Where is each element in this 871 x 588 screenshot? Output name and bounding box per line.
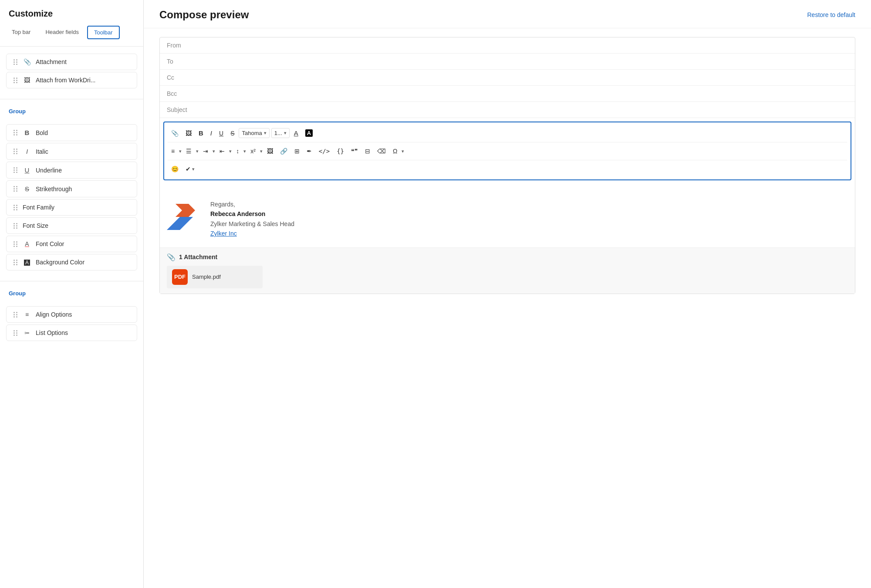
file-name-label: Sample.pdf <box>192 274 221 280</box>
bold-label: Bold <box>36 129 48 136</box>
align-options-icon: ≡ <box>23 311 31 318</box>
toolbar-attachment-btn[interactable]: 📎 <box>169 128 181 139</box>
sidebar-item-italic[interactable]: I Italic <box>6 143 137 160</box>
bcc-label: Bcc <box>167 90 189 97</box>
signature-company-link[interactable]: Zylker Inc <box>210 230 237 237</box>
font-size-chevron-icon: ▾ <box>284 130 287 136</box>
sidebar-item-attachment[interactable]: 📎 Attachment <box>6 54 137 70</box>
sidebar-item-background-color[interactable]: A Background Color <box>6 254 137 270</box>
toolbar-row-1: 📎 🖼 B I U S Tahoma ▾ 1... ▾ <box>168 126 847 140</box>
font-family-chevron-icon: ▾ <box>264 130 267 136</box>
sidebar-items-top: 📎 Attachment 🖼 Attach from WorkDri... <box>0 47 143 95</box>
toolbar-row-2: ≡ ▾ ☰ ▾ ⇥ ▾ ⇤ ▾ ↕ ▾ x² ▾ 🖼 🔗 ⊞ <box>168 142 847 158</box>
font-size-label: Font Size <box>23 222 48 229</box>
sidebar-item-strikethrough[interactable]: S Strikethrough <box>6 180 137 197</box>
font-size-select[interactable]: 1... ▾ <box>271 128 290 138</box>
toolbar-line-height-btn[interactable]: ↕ <box>233 146 242 156</box>
font-size-value: 1... <box>274 130 282 136</box>
line-height-chevron-icon: ▾ <box>243 149 246 154</box>
main-header: Compose preview Restore to default <box>144 0 871 28</box>
toolbar-font-color-btn[interactable]: A <box>291 128 301 139</box>
toolbar-table-btn[interactable]: ⊞ <box>292 146 302 156</box>
sidebar-item-font-color[interactable]: A Font Color <box>6 236 137 252</box>
background-color-label: Background Color <box>36 259 84 266</box>
sidebar-group2-items: ≡ Align Options ≔ List Options <box>0 299 143 348</box>
toolbar-remove-format-btn[interactable]: ⌫ <box>375 146 388 156</box>
toolbar-indent-btn[interactable]: ⇥ <box>200 146 211 156</box>
underline-icon: U <box>23 166 31 174</box>
align-options-label: Align Options <box>36 311 72 318</box>
to-field[interactable]: To <box>160 54 855 70</box>
sidebar-item-align-options[interactable]: ≡ Align Options <box>6 306 137 323</box>
group1-label: Group <box>0 103 143 117</box>
toolbar-highlight-btn[interactable]: A <box>303 128 315 139</box>
sidebar-item-bold[interactable]: B Bold <box>6 124 137 141</box>
more-chevron-icon: ▾ <box>192 166 195 172</box>
restore-to-default-button[interactable]: Restore to default <box>807 11 855 18</box>
subject-field[interactable]: Subject <box>160 102 855 118</box>
sidebar-title: Customize <box>0 9 143 26</box>
toolbar-insert-image-btn[interactable]: 🖼 <box>264 146 276 156</box>
tabs-container: Top bar Header fields Toolbar <box>0 26 143 47</box>
sidebar-group1-items: B Bold I Italic U Underline <box>0 117 143 277</box>
tab-toolbar[interactable]: Toolbar <box>87 26 120 39</box>
sidebar-item-attach-workdri[interactable]: 🖼 Attach from WorkDri... <box>6 72 137 88</box>
toolbar-link-btn[interactable]: 🔗 <box>277 146 290 156</box>
toolbar-superscript-btn[interactable]: x² <box>248 146 258 156</box>
toolbar-signature-btn[interactable]: ✒ <box>304 146 314 156</box>
sidebar-item-font-family[interactable]: Font Family <box>6 199 137 216</box>
toolbar-code-block-btn[interactable]: {} <box>334 146 347 156</box>
font-color-icon: A <box>23 240 31 247</box>
bcc-field[interactable]: Bcc <box>160 86 855 102</box>
toolbar-special-char-btn[interactable]: Ω <box>390 146 400 156</box>
drag-handle <box>14 186 17 192</box>
toolbar-strikethrough-btn[interactable]: S <box>228 128 237 139</box>
attachment-header: 📎 1 Attachment <box>167 253 848 261</box>
drag-handle <box>14 78 17 83</box>
attachment-count-label: 1 Attachment <box>179 253 217 260</box>
toolbar-image-btn[interactable]: 🖼 <box>183 128 194 139</box>
to-label: To <box>167 58 189 65</box>
indent-chevron-icon: ▾ <box>213 149 215 154</box>
toolbar-more-btn[interactable]: ✔ ▾ <box>183 164 197 174</box>
font-color-label: Font Color <box>36 240 64 247</box>
toolbar-code-inline-btn[interactable]: </> <box>316 146 332 156</box>
toolbar-blockquote-btn[interactable]: ❝❞ <box>348 146 361 156</box>
drag-handle <box>14 260 17 265</box>
font-family-select[interactable]: Tahoma ▾ <box>239 128 269 138</box>
special-char-chevron-icon: ▾ <box>402 149 404 154</box>
from-field: From <box>160 37 855 54</box>
signature-name: Rebecca Anderson <box>210 209 294 219</box>
toolbar-emoji-btn[interactable]: 😊 <box>169 164 181 174</box>
attachment-section: 📎 1 Attachment PDF Sample.pdf <box>160 247 855 294</box>
superscript-chevron-icon: ▾ <box>260 149 263 154</box>
drag-handle <box>14 130 17 135</box>
font-family-label: Font Family <box>23 204 54 211</box>
drag-handle <box>14 149 17 154</box>
bold-icon: B <box>23 129 31 136</box>
italic-icon: I <box>23 148 31 155</box>
toolbar-bullets-btn[interactable]: ☰ <box>183 146 194 156</box>
drag-handle <box>14 205 17 210</box>
sidebar-item-font-size[interactable]: Font Size <box>6 217 137 234</box>
italic-label: Italic <box>36 148 48 155</box>
attachment-icon: 📎 <box>23 58 31 65</box>
list-options-label: List Options <box>36 329 68 336</box>
cc-field[interactable]: Cc <box>160 70 855 86</box>
drag-handle <box>14 59 17 65</box>
sidebar-item-underline[interactable]: U Underline <box>6 162 137 179</box>
toolbar-outdent-btn[interactable]: ⇤ <box>217 146 227 156</box>
tab-header-fields[interactable]: Header fields <box>39 26 85 39</box>
signature-title: Zylker Marketing & Sales Head <box>210 219 294 229</box>
toolbar-italic-btn[interactable]: I <box>208 128 215 139</box>
toolbar-underline-btn[interactable]: U <box>216 128 226 139</box>
drag-handle <box>14 223 17 229</box>
zylker-logo-svg <box>167 199 202 234</box>
toolbar-align-btn[interactable]: ≡ <box>169 146 177 156</box>
toolbar-grid-btn[interactable]: ⊟ <box>362 146 373 156</box>
toolbar-bold-btn[interactable]: B <box>196 128 206 139</box>
sidebar-item-list-options[interactable]: ≔ List Options <box>6 324 137 341</box>
attachment-file-item[interactable]: PDF Sample.pdf <box>167 266 263 288</box>
tab-top-bar[interactable]: Top bar <box>5 26 37 39</box>
outdent-chevron-icon: ▾ <box>229 149 232 154</box>
